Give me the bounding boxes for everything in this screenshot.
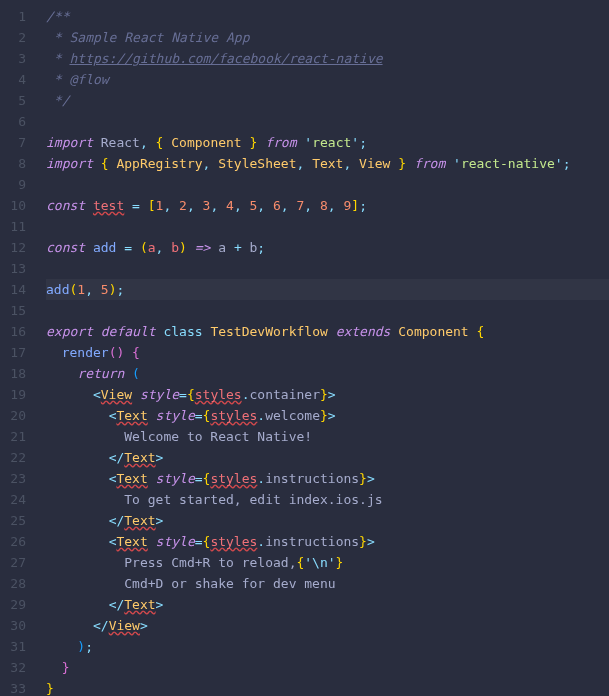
code-line[interactable]: } bbox=[46, 678, 609, 696]
code-token: /** bbox=[46, 9, 69, 24]
code-token: ' bbox=[555, 156, 563, 171]
line-number: 6 bbox=[0, 111, 26, 132]
code-token bbox=[85, 240, 93, 255]
code-token: . bbox=[257, 534, 265, 549]
line-number: 28 bbox=[0, 573, 26, 594]
code-token: > bbox=[367, 471, 375, 486]
code-token: [ bbox=[148, 198, 156, 213]
code-line[interactable]: Welcome to React Native! bbox=[46, 426, 609, 447]
code-token: Text bbox=[116, 471, 147, 486]
code-token: , bbox=[187, 198, 195, 213]
code-line[interactable]: } bbox=[46, 657, 609, 678]
line-number: 18 bbox=[0, 363, 26, 384]
code-line[interactable] bbox=[46, 174, 609, 195]
code-token: ; bbox=[85, 639, 93, 654]
code-token: } bbox=[320, 387, 328, 402]
code-token: Text bbox=[124, 513, 155, 528]
line-number: 21 bbox=[0, 426, 26, 447]
code-line[interactable]: ); bbox=[46, 636, 609, 657]
code-token bbox=[445, 156, 453, 171]
code-token: ) bbox=[77, 639, 85, 654]
code-line[interactable]: const add = (a, b) => a + b; bbox=[46, 237, 609, 258]
code-token bbox=[242, 240, 250, 255]
code-token: } bbox=[62, 660, 70, 675]
code-line[interactable]: </Text> bbox=[46, 594, 609, 615]
line-number: 19 bbox=[0, 384, 26, 405]
line-number: 25 bbox=[0, 510, 26, 531]
code-token: = bbox=[179, 387, 187, 402]
code-token bbox=[93, 282, 101, 297]
code-token: > bbox=[156, 450, 164, 465]
code-line[interactable] bbox=[46, 300, 609, 321]
code-token: https://github.com/facebook/react-native bbox=[69, 51, 382, 66]
code-token: AppRegistry bbox=[116, 156, 202, 171]
code-line[interactable]: export default class TestDevWorkflow ext… bbox=[46, 321, 609, 342]
code-token: + bbox=[234, 240, 242, 255]
code-token bbox=[46, 597, 109, 612]
code-line[interactable]: render() { bbox=[46, 342, 609, 363]
code-token: React bbox=[101, 135, 140, 150]
code-token: * Sample React Native App bbox=[46, 30, 250, 45]
code-token: instructions bbox=[265, 471, 359, 486]
code-token: style bbox=[156, 408, 195, 423]
code-line[interactable]: * https://github.com/facebook/react-nati… bbox=[46, 48, 609, 69]
code-token bbox=[289, 198, 297, 213]
code-line[interactable]: </View> bbox=[46, 615, 609, 636]
code-line[interactable] bbox=[46, 216, 609, 237]
code-line[interactable] bbox=[46, 111, 609, 132]
code-token bbox=[46, 450, 109, 465]
code-token: = bbox=[124, 240, 132, 255]
code-token: StyleSheet bbox=[218, 156, 296, 171]
line-number: 1 bbox=[0, 6, 26, 27]
code-line[interactable]: </Text> bbox=[46, 447, 609, 468]
code-token: styles bbox=[210, 471, 257, 486]
code-line[interactable]: <View style={styles.container}> bbox=[46, 384, 609, 405]
code-token bbox=[148, 408, 156, 423]
code-line[interactable]: import React, { Component } from 'react'… bbox=[46, 132, 609, 153]
code-token bbox=[46, 408, 109, 423]
code-editor[interactable]: 1234567891011121314151617181920212223242… bbox=[0, 0, 609, 696]
code-line[interactable]: To get started, edit index.ios.js bbox=[46, 489, 609, 510]
code-token bbox=[171, 198, 179, 213]
code-token: 8 bbox=[320, 198, 328, 213]
code-line[interactable]: Cmd+D or shake for dev menu bbox=[46, 573, 609, 594]
code-line[interactable]: import { AppRegistry, StyleSheet, Text, … bbox=[46, 153, 609, 174]
code-token: style bbox=[156, 471, 195, 486]
code-token bbox=[242, 198, 250, 213]
code-line[interactable]: <Text style={styles.instructions}> bbox=[46, 531, 609, 552]
code-token: . bbox=[257, 471, 265, 486]
code-token: TestDevWorkflow bbox=[210, 324, 327, 339]
code-line[interactable]: * Sample React Native App bbox=[46, 27, 609, 48]
code-token: > bbox=[156, 597, 164, 612]
code-token: 4 bbox=[226, 198, 234, 213]
code-token bbox=[187, 240, 195, 255]
code-line[interactable]: Press Cmd+R to reload,{'\n'} bbox=[46, 552, 609, 573]
code-line[interactable]: <Text style={styles.welcome}> bbox=[46, 405, 609, 426]
code-token: Text bbox=[116, 534, 147, 549]
code-token bbox=[46, 471, 109, 486]
code-token: style bbox=[156, 534, 195, 549]
code-token bbox=[195, 198, 203, 213]
code-token: a bbox=[148, 240, 156, 255]
code-token bbox=[85, 198, 93, 213]
code-token: react-native bbox=[461, 156, 555, 171]
code-line[interactable]: /** bbox=[46, 6, 609, 27]
code-token: </ bbox=[93, 618, 109, 633]
code-line[interactable]: <Text style={styles.instructions}> bbox=[46, 468, 609, 489]
code-token: default bbox=[101, 324, 156, 339]
code-token: { bbox=[477, 324, 485, 339]
code-token bbox=[46, 387, 93, 402]
code-token: Cmd+D or shake for dev menu bbox=[46, 576, 336, 591]
code-token: , bbox=[234, 198, 242, 213]
code-line[interactable]: */ bbox=[46, 90, 609, 111]
code-token: } bbox=[320, 408, 328, 423]
code-line[interactable]: const test = [1, 2, 3, 4, 5, 6, 7, 8, 9]… bbox=[46, 195, 609, 216]
code-line[interactable]: </Text> bbox=[46, 510, 609, 531]
code-area[interactable]: /** * Sample React Native App * https://… bbox=[34, 0, 609, 696]
code-line[interactable]: return ( bbox=[46, 363, 609, 384]
code-line[interactable]: add(1, 5); bbox=[46, 279, 609, 300]
code-token: </ bbox=[109, 450, 125, 465]
code-line[interactable] bbox=[46, 258, 609, 279]
code-token: Text bbox=[116, 408, 147, 423]
code-line[interactable]: * @flow bbox=[46, 69, 609, 90]
